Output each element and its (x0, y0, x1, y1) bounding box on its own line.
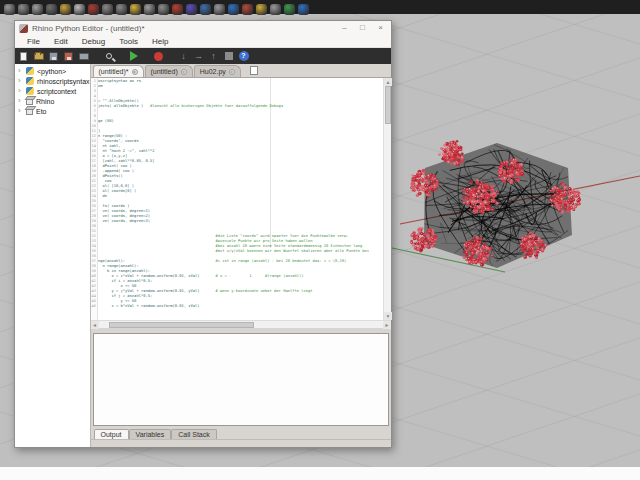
vertical-scroll-thumb[interactable] (385, 86, 391, 124)
vertical-scrollbar[interactable]: ▲ ▼ (383, 78, 391, 320)
bottom-tab-variables[interactable]: Variables (129, 429, 172, 439)
bottom-tab-call-stack[interactable]: Call Stack (171, 429, 217, 439)
horizontal-scroll-thumb[interactable] (109, 322, 254, 328)
sun-icon[interactable] (256, 4, 267, 15)
sidebar-item-Eto[interactable]: ›Eto (15, 106, 90, 116)
scroll-up-arrow[interactable]: ▲ (384, 78, 392, 86)
window-footer (91, 439, 391, 447)
code-line: z = k*zVal + random.uniform(0.01, zVal) (98, 303, 383, 308)
python-icon (26, 67, 34, 75)
titlebar[interactable]: Rhino Python Editor - (untitled)* –□× (15, 21, 391, 35)
horizontal-scrollbar[interactable]: ◄ ► (91, 320, 391, 328)
sidebar-item-scriptcontext[interactable]: ›scriptcontext (15, 86, 90, 96)
filter-icon[interactable] (172, 4, 183, 15)
tab-label: Hu02.py (200, 68, 226, 75)
badge-icon[interactable] (130, 4, 141, 15)
menubar: FileEditDebugToolsHelp (15, 35, 391, 48)
menu-edit[interactable]: Edit (48, 36, 74, 47)
step-over-icon[interactable]: → (193, 51, 204, 62)
close-button[interactable]: × (372, 22, 389, 34)
save-icon[interactable] (48, 51, 59, 62)
render-icon[interactable] (88, 4, 99, 15)
tab-Hu02py[interactable]: Hu02.py× (194, 65, 241, 77)
module-tree-sidebar: ›<python>›rhinoscriptsyntax›scriptcontex… (15, 64, 91, 447)
scroll-right-arrow[interactable]: ► (383, 321, 391, 329)
help-icon[interactable]: ? (238, 51, 249, 62)
tab-close-icon[interactable]: × (229, 69, 235, 75)
record-icon[interactable] (153, 51, 164, 62)
sidebar-item-rhinoscriptsyntax[interactable]: ›rhinoscriptsyntax (15, 76, 90, 86)
sidebar-item-python[interactable]: ›<python> (15, 66, 90, 76)
tab-untitled[interactable]: (untitled)*× (93, 65, 144, 77)
gear-yellow-icon[interactable] (60, 4, 71, 15)
output-panel[interactable] (93, 333, 389, 426)
sphere-purple-icon[interactable] (186, 4, 197, 15)
new-file-icon[interactable] (18, 51, 29, 62)
menu-file[interactable]: File (21, 36, 46, 47)
menu-debug[interactable]: Debug (76, 36, 112, 47)
undo-icon[interactable] (102, 4, 113, 15)
tree-item-label: <python> (37, 68, 66, 75)
tab-label: (untitled) (151, 68, 178, 75)
code-editor[interactable]: 1234567891011121314151617181920212223242… (91, 78, 391, 320)
box-icon (26, 108, 33, 115)
document-tabbar: (untitled)*×(untitled)×Hu02.py× (91, 64, 391, 78)
boxes-icon[interactable] (214, 4, 225, 15)
stop-icon[interactable] (223, 51, 234, 62)
save-all-icon[interactable] (63, 51, 74, 62)
corner-icon[interactable] (270, 4, 281, 15)
rhino-python-icon (19, 24, 28, 33)
code-line: nge(anzahl): #i ist in range (anzahl) - … (98, 258, 383, 263)
bottom-tabbar: OutputVariablesCall Stack (91, 426, 391, 439)
bulb-icon[interactable] (144, 4, 155, 15)
python-icon (26, 77, 34, 85)
python-icon (26, 87, 34, 95)
grid-icon[interactable] (74, 4, 85, 15)
gear-dark-icon[interactable] (46, 4, 57, 15)
maximize-button[interactable]: □ (354, 22, 371, 34)
expand-arrow-icon[interactable]: › (18, 67, 23, 75)
tab-label: (untitled)* (99, 68, 129, 75)
help-sphere-icon[interactable] (298, 4, 309, 15)
box-icon (26, 98, 33, 105)
code-text-area[interactable]: oscriptsyntax as rsom = ""-AlleObjekte()… (98, 78, 383, 320)
print-icon[interactable] (78, 51, 89, 62)
cylinder-icon[interactable] (32, 4, 43, 15)
rhino-toolbar-icons (4, 4, 309, 15)
step-into-icon[interactable]: ↓ (178, 51, 189, 62)
sphere-blue-icon[interactable] (228, 4, 239, 15)
python-editor-window: Rhino Python Editor - (untitled)* –□× Fi… (14, 20, 392, 448)
redo-icon[interactable] (116, 4, 127, 15)
expand-arrow-icon[interactable]: › (18, 107, 23, 115)
brush-icon[interactable] (242, 4, 253, 15)
menu-help[interactable]: Help (146, 36, 174, 47)
tree-item-label: Eto (36, 108, 47, 115)
move-icon[interactable] (4, 4, 15, 15)
earth-icon[interactable] (284, 4, 295, 15)
line-number-gutter: 1234567891011121314151617181920212223242… (91, 78, 98, 320)
expand-arrow-icon[interactable]: › (18, 97, 23, 105)
tab-close-icon[interactable]: × (181, 69, 187, 75)
tab-untitled[interactable]: (untitled)× (145, 65, 193, 77)
open-file-icon[interactable] (33, 51, 44, 62)
bottom-tab-output[interactable]: Output (94, 429, 129, 439)
orbit-icon[interactable] (18, 4, 29, 15)
search-icon[interactable] (103, 51, 114, 62)
expand-arrow-icon[interactable]: › (18, 77, 23, 85)
tree-item-label: scriptcontext (37, 88, 76, 95)
run-icon[interactable] (128, 51, 139, 62)
expand-arrow-icon[interactable]: › (18, 87, 23, 95)
gear-blue-icon[interactable] (200, 4, 211, 15)
minimize-button[interactable]: – (336, 22, 353, 34)
step-out-icon[interactable]: ↑ (208, 51, 219, 62)
sidebar-item-Rhino[interactable]: ›Rhino (15, 96, 90, 106)
scroll-left-arrow[interactable]: ◄ (91, 321, 99, 329)
new-tab-icon[interactable] (250, 66, 258, 75)
lock-icon[interactable] (158, 4, 169, 15)
tab-close-icon[interactable]: × (132, 69, 138, 75)
tree-item-label: Rhino (36, 98, 54, 105)
menu-tools[interactable]: Tools (113, 36, 144, 47)
scroll-down-arrow[interactable]: ▼ (384, 312, 392, 320)
line-number: 46 (91, 303, 96, 308)
editor-toolbar: ↓→↑? (15, 48, 391, 64)
